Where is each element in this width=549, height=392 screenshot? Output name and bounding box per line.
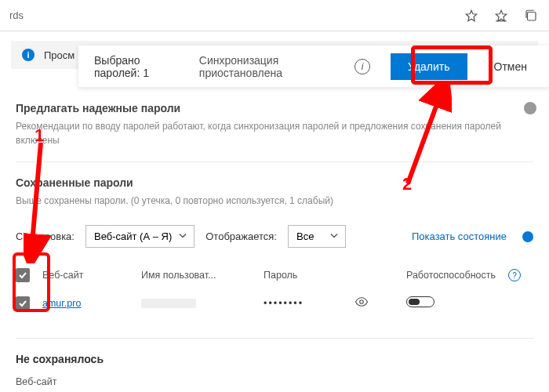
table-row: amur.pro •••••••• xyxy=(16,289,533,318)
cancel-button[interactable]: Отмен xyxy=(488,53,533,80)
passwords-table: Веб-сайт Имя пользоват... Пароль Работос… xyxy=(16,262,533,318)
selection-count: Выбрано паролей: 1 xyxy=(94,54,179,79)
chevron-down-icon xyxy=(329,230,339,242)
sort-label: Сортировка: xyxy=(16,230,75,242)
sort-dropdown[interactable]: Веб-сайт (А – Я) xyxy=(85,225,195,248)
sort-value: Веб-сайт (А – Я) xyxy=(94,230,172,242)
chevron-down-icon xyxy=(178,230,187,242)
display-label: Отображается: xyxy=(205,230,277,242)
svg-point-4 xyxy=(360,300,364,304)
health-toggle[interactable] xyxy=(522,231,533,242)
col-health: Работоспособность xyxy=(406,270,500,281)
display-dropdown[interactable]: Все xyxy=(288,225,346,248)
star-add-icon[interactable] xyxy=(464,9,478,23)
url-text: rds xyxy=(6,9,464,21)
not-saved-title: Не сохранялось xyxy=(16,353,533,365)
svg-marker-1 xyxy=(496,10,507,21)
suggest-toggle[interactable] xyxy=(524,102,536,114)
health-indicator xyxy=(406,296,500,310)
display-value: Все xyxy=(296,230,314,242)
address-bar[interactable]: rds xyxy=(0,0,549,31)
eye-icon[interactable] xyxy=(354,295,402,311)
selection-bar: Выбрано паролей: 1 Синхронизация приоста… xyxy=(78,45,549,88)
saved-desc: Выше сохранены пароли. (0 утечка, 0 повт… xyxy=(16,194,533,208)
saved-title: Сохраненные пароли xyxy=(16,176,533,189)
collections-icon[interactable] xyxy=(524,9,538,23)
suggest-passwords-section: Предлагать надежные пароли Рекомендации … xyxy=(16,102,533,162)
delete-button[interactable]: Удалить xyxy=(391,53,467,80)
info-icon: i xyxy=(22,49,35,61)
saved-passwords-section: Сохраненные пароли Выше сохранены пароли… xyxy=(16,176,533,318)
password-mask: •••••••• xyxy=(264,298,350,309)
sync-info-icon[interactable]: i xyxy=(354,59,370,74)
not-saved-col-site: Веб-сайт xyxy=(16,376,533,387)
show-health-link[interactable]: Показать состояние xyxy=(412,230,507,242)
sync-status: Синхронизация приостановлена xyxy=(199,54,334,79)
favorites-icon[interactable] xyxy=(494,9,508,23)
svg-rect-3 xyxy=(528,12,536,20)
username-hidden xyxy=(141,299,196,308)
table-header: Веб-сайт Имя пользоват... Пароль Работос… xyxy=(16,262,533,289)
suggest-title: Предлагать надежные пароли xyxy=(16,102,533,114)
select-all-checkbox[interactable] xyxy=(16,268,30,282)
row-checkbox[interactable] xyxy=(16,296,30,310)
help-icon[interactable]: ? xyxy=(508,269,521,281)
info-text: Просм xyxy=(44,49,75,61)
svg-marker-0 xyxy=(466,10,477,21)
suggest-desc: Рекомендации по вводу паролей работают, … xyxy=(16,119,533,147)
site-link[interactable]: amur.pro xyxy=(42,298,136,309)
col-user: Имя пользоват... xyxy=(141,270,259,281)
not-saved-section: Не сохранялось Веб-сайт xyxy=(16,338,533,387)
col-site: Веб-сайт xyxy=(42,270,136,281)
col-pass: Пароль xyxy=(264,270,350,281)
